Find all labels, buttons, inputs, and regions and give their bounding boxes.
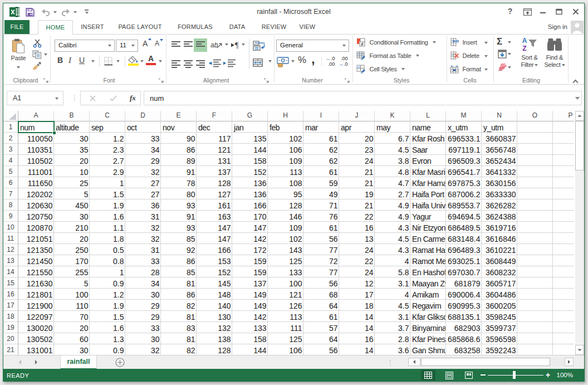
cell-M3[interactable]: 697119.1 (446, 144, 482, 155)
cell-I8[interactable]: 71 (303, 199, 339, 211)
cell-M11[interactable]: 683148.4 (446, 233, 482, 245)
zoom-slider-thumb[interactable] (513, 371, 516, 379)
cell-A7[interactable]: 120202 (18, 188, 54, 200)
vertical-scroll-thumb[interactable] (575, 121, 584, 170)
cell-N11[interactable]: 3616846 (482, 233, 517, 245)
cell-G11[interactable]: 142 (232, 233, 268, 245)
help-button[interactable]: ? (503, 7, 517, 17)
cell-J16[interactable]: 17 (339, 289, 375, 300)
cell-C4[interactable]: 2.7 (90, 155, 125, 167)
cell-L16[interactable]: Amikam (410, 289, 446, 300)
row-header-6[interactable]: 6 (3, 177, 18, 188)
cell-J19[interactable]: 14 (339, 322, 375, 334)
cell-L13[interactable]: Ramot Me (410, 255, 446, 267)
cell-D16[interactable]: 30 (125, 289, 161, 300)
cell-H16[interactable]: 121 (268, 289, 303, 300)
worksheet-grid[interactable]: ABCDEFGHIJKLMNOP1numaltitudesepoctnovdec… (3, 111, 574, 355)
row-header-16[interactable]: 16 (3, 289, 18, 300)
align-center-icon[interactable] (182, 57, 195, 71)
cell-E17[interactable]: 82 (161, 300, 197, 311)
cell-J21[interactable]: 14 (339, 344, 375, 355)
cell-M17[interactable]: 690995.3 (446, 300, 482, 311)
cell-D3[interactable]: 34 (125, 144, 161, 155)
cell-M7[interactable]: 687006.2 (446, 188, 482, 200)
align-left-icon[interactable] (169, 57, 183, 71)
tab-data[interactable]: DATA (224, 20, 251, 34)
font-dialog-launcher[interactable] (159, 78, 164, 84)
cell-H15[interactable]: 100 (268, 277, 303, 289)
cell-D21[interactable]: 32 (125, 344, 161, 355)
cell-F2[interactable]: 117 (197, 133, 232, 144)
cell-A20[interactable]: 130502 (18, 333, 54, 345)
cell-E13[interactable]: 86 (161, 255, 197, 267)
column-header-O[interactable]: O (517, 111, 553, 121)
cell-B3[interactable]: 35 (54, 144, 90, 155)
cell-D20[interactable]: 30 (125, 333, 161, 345)
cell-P10[interactable] (553, 222, 574, 233)
cell-B12[interactable]: 250 (54, 244, 90, 256)
row-header-7[interactable]: 7 (3, 188, 18, 199)
cell-P19[interactable] (553, 322, 574, 334)
cell-I5[interactable]: 61 (303, 166, 339, 178)
cell-L9[interactable]: Yagur (410, 211, 446, 222)
cell-G8[interactable]: 166 (232, 199, 268, 211)
cell-H14[interactable]: 133 (268, 266, 303, 278)
column-header-K[interactable]: K (375, 111, 410, 121)
cell-K20[interactable]: 2.8 (375, 333, 410, 345)
cell-A14[interactable]: 121550 (18, 266, 54, 278)
row-header-12[interactable]: 12 (3, 244, 18, 255)
cell-F20[interactable]: 138 (197, 333, 232, 345)
fill-dropdown[interactable] (508, 53, 511, 55)
cell-C14[interactable]: 1 (90, 266, 125, 278)
cell-B2[interactable]: 30 (54, 133, 90, 144)
cell-L10[interactable]: Nir Etzyon (410, 222, 446, 233)
cell-M9[interactable]: 694694.5 (446, 211, 482, 222)
paste-button[interactable]: Paste (8, 37, 29, 77)
cell-I7[interactable]: 49 (303, 188, 339, 200)
cell-J6[interactable]: 21 (339, 177, 375, 189)
cell-E21[interactable]: 82 (161, 344, 197, 355)
cell-A6[interactable]: 111650 (18, 177, 54, 189)
horizontal-scroll-thumb[interactable] (421, 358, 550, 366)
cell-C19[interactable]: 1.6 (90, 322, 125, 334)
column-header-C[interactable]: C (90, 111, 125, 121)
cell-C6[interactable]: 1 (90, 177, 125, 189)
insert-function-icon[interactable]: fx (130, 94, 136, 103)
cell-C16[interactable]: 1.2 (90, 289, 125, 300)
column-header-F[interactable]: F (197, 111, 232, 121)
column-header-N[interactable]: N (482, 111, 517, 121)
scroll-left-button[interactable] (408, 358, 420, 366)
cell-E9[interactable]: 91 (161, 211, 197, 222)
cell-O19[interactable] (517, 322, 553, 334)
column-header-H[interactable]: H (268, 111, 303, 121)
cell-C10[interactable]: 1.1 (90, 222, 125, 233)
cell-J20[interactable]: 16 (339, 333, 375, 345)
font-size-combo[interactable]: 11 (116, 40, 138, 52)
cell-B17[interactable]: 110 (54, 300, 90, 311)
column-header-I[interactable]: I (303, 111, 339, 121)
row-header-21[interactable]: 21 (3, 344, 18, 355)
cell-I10[interactable]: 61 (303, 222, 339, 233)
cell-K5[interactable]: 4.8 (375, 166, 410, 178)
cell-O8[interactable] (517, 199, 553, 211)
page-layout-view-button[interactable] (442, 370, 457, 381)
cell-K14[interactable]: 5.8 (375, 266, 410, 278)
cell-B6[interactable]: 25 (54, 177, 90, 189)
cell-C20[interactable]: 1.3 (90, 333, 125, 345)
cell-N4[interactable]: 3652434 (482, 155, 517, 167)
text-direction-dropdown[interactable] (242, 43, 245, 46)
row-header-2[interactable]: 2 (3, 133, 18, 144)
cell-H18[interactable]: 113 (268, 311, 303, 323)
cell-M18[interactable]: 688135.1 (446, 311, 482, 323)
cell-L7[interactable]: Haifa Port (410, 188, 446, 200)
font-name-combo[interactable]: Calibri (55, 40, 115, 52)
cancel-icon[interactable] (90, 95, 96, 101)
column-header-P[interactable]: P (553, 111, 574, 121)
cell-N20[interactable]: 3596598 (482, 333, 517, 345)
font-color-button[interactable]: A (146, 55, 156, 65)
cell-K12[interactable]: 4.3 (375, 244, 410, 256)
cell-J14[interactable]: 24 (339, 266, 375, 278)
sign-in-link[interactable]: Sign in (548, 20, 567, 34)
cell-K11[interactable]: 4.5 (375, 233, 410, 245)
cell-H5[interactable]: 113 (268, 166, 303, 178)
